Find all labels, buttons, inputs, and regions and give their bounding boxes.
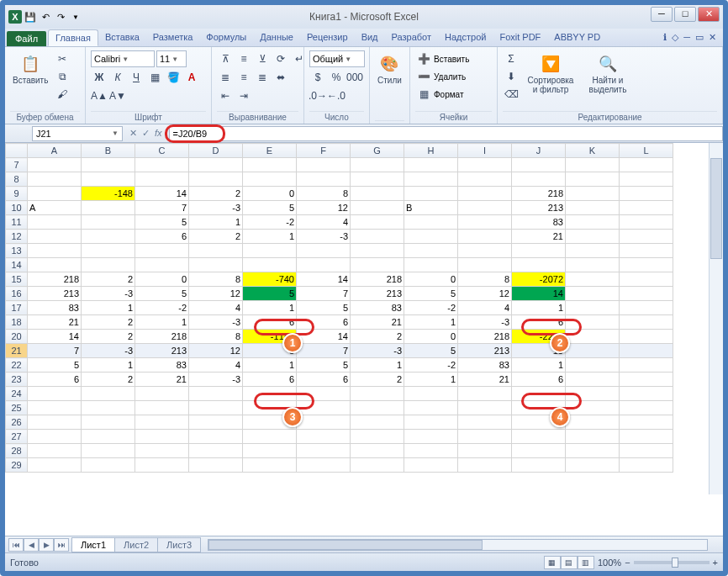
cell[interactable]	[620, 373, 673, 387]
row-header-7[interactable]: 7	[6, 158, 28, 172]
cell[interactable]: 213	[135, 344, 189, 358]
dec-decimal-icon[interactable]: ←.0	[328, 87, 345, 104]
insert-cells-button[interactable]: ➕Вставить	[415, 50, 469, 67]
cell[interactable]	[297, 401, 351, 415]
ribbon-tab-7[interactable]: Разработ	[385, 29, 438, 46]
cell[interactable]: 2	[351, 330, 404, 344]
cell[interactable]	[135, 415, 189, 430]
column-header-C[interactable]: C	[135, 144, 189, 158]
cell[interactable]	[243, 244, 297, 258]
cell[interactable]: 21	[512, 230, 566, 244]
cell[interactable]	[297, 158, 351, 172]
cell[interactable]	[566, 415, 620, 430]
cell[interactable]	[620, 458, 673, 473]
cell[interactable]: 0	[404, 330, 458, 344]
cell[interactable]: 21	[458, 373, 512, 387]
cell[interactable]: 12	[189, 344, 243, 358]
cell[interactable]	[297, 387, 351, 401]
comma-icon[interactable]: 000	[346, 69, 363, 86]
cell[interactable]	[620, 172, 673, 187]
cell[interactable]	[566, 287, 620, 301]
cell[interactable]	[28, 230, 82, 244]
cell[interactable]	[566, 158, 620, 172]
clear-icon[interactable]: ⌫	[503, 86, 520, 103]
align-bottom-icon[interactable]: ⊻	[254, 50, 271, 67]
row-header-12[interactable]: 12	[6, 230, 28, 244]
cell[interactable]	[620, 230, 673, 244]
cell[interactable]	[82, 158, 135, 172]
column-header-H[interactable]: H	[404, 144, 458, 158]
sheet-nav-last[interactable]: ⏭	[54, 538, 69, 552]
cell[interactable]	[566, 301, 620, 315]
doc-restore-icon[interactable]: ▭	[695, 32, 704, 43]
cell[interactable]	[620, 258, 673, 272]
cell[interactable]: 21	[351, 315, 404, 330]
cell[interactable]: 2	[82, 373, 135, 387]
row-header-26[interactable]: 26	[6, 415, 28, 430]
cell[interactable]	[243, 387, 297, 401]
cell[interactable]	[404, 387, 458, 401]
cell[interactable]	[512, 458, 566, 473]
cell[interactable]	[404, 158, 458, 172]
merge-icon[interactable]: ⬌	[272, 69, 289, 86]
cell[interactable]	[351, 444, 404, 458]
column-header-I[interactable]: I	[458, 144, 512, 158]
zoom-slider[interactable]	[634, 561, 710, 564]
cell[interactable]	[404, 415, 458, 430]
formula-input[interactable]: =J20/B9	[169, 126, 723, 141]
cell[interactable]: 1	[243, 301, 297, 315]
cell[interactable]: 12	[297, 201, 351, 215]
cell[interactable]	[458, 401, 512, 415]
select-all-corner[interactable]	[6, 144, 28, 158]
cell[interactable]	[351, 258, 404, 272]
cell[interactable]	[135, 444, 189, 458]
save-icon[interactable]: 💾	[24, 10, 37, 24]
cell[interactable]	[458, 444, 512, 458]
cell[interactable]: 1	[82, 358, 135, 373]
cell[interactable]: 5	[28, 358, 82, 373]
cell[interactable]	[135, 387, 189, 401]
cell[interactable]	[189, 258, 243, 272]
cell[interactable]: -3	[82, 287, 135, 301]
font-color-icon[interactable]: A	[183, 69, 200, 86]
cell[interactable]	[566, 258, 620, 272]
cell[interactable]	[351, 187, 404, 201]
cell[interactable]	[458, 158, 512, 172]
row-header-28[interactable]: 28	[6, 444, 28, 458]
cell[interactable]	[566, 358, 620, 373]
find-select-button[interactable]: 🔍 Найти и выделить	[582, 50, 634, 97]
fill-icon[interactable]: ⬇	[503, 68, 520, 85]
cell[interactable]	[28, 158, 82, 172]
cell[interactable]: 1	[243, 230, 297, 244]
align-center-icon[interactable]: ≡	[235, 69, 252, 86]
cell[interactable]	[82, 215, 135, 230]
cell[interactable]	[82, 258, 135, 272]
cell[interactable]	[351, 158, 404, 172]
row-header-17[interactable]: 17	[6, 301, 28, 315]
name-box[interactable]: J21 ▼	[32, 126, 123, 141]
cell[interactable]	[82, 415, 135, 430]
cell[interactable]	[404, 187, 458, 201]
cell[interactable]	[135, 458, 189, 473]
cell[interactable]	[620, 430, 673, 444]
ribbon-tab-9[interactable]: Foxit PDF	[493, 29, 547, 46]
cell[interactable]	[404, 172, 458, 187]
cell[interactable]: 213	[512, 201, 566, 215]
column-header-F[interactable]: F	[297, 144, 351, 158]
cell[interactable]: 213	[458, 344, 512, 358]
sheet-tab-2[interactable]: Лист3	[157, 537, 201, 552]
cell[interactable]	[566, 172, 620, 187]
view-normal-icon[interactable]: ▦	[544, 556, 561, 569]
undo-icon[interactable]: ↶	[39, 10, 52, 24]
cell[interactable]	[82, 201, 135, 215]
ribbon-tab-10[interactable]: ABBYY PD	[547, 29, 607, 46]
minimize-button[interactable]: ─	[651, 7, 673, 22]
cell[interactable]: 6	[297, 315, 351, 330]
cell[interactable]: 6	[297, 373, 351, 387]
border-icon[interactable]: ▦	[146, 69, 163, 86]
cell[interactable]	[189, 401, 243, 415]
row-header-21[interactable]: 21	[6, 344, 28, 358]
cell[interactable]: -3	[458, 315, 512, 330]
sheet-tab-0[interactable]: Лист1	[71, 537, 115, 552]
ribbon-tab-8[interactable]: Надстрой	[438, 29, 493, 46]
